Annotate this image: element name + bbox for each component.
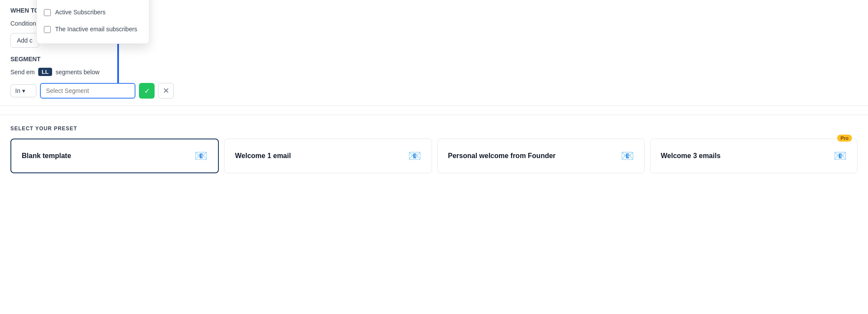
segment-dropdown: SEGMENT LIST Hasn't purchased in the las… [36,0,149,44]
segment-checkbox-2[interactable] [44,9,51,16]
list-item[interactable]: Frequent Buyers [37,0,149,4]
preset-title: SELECT YOUR PRESET [10,126,858,132]
checkmark-icon: ✓ [144,87,150,95]
list-item[interactable]: Active Subscribers [37,4,149,21]
top-section: WHEN TO Conditions all conditions any co… [0,0,868,106]
pro-badge: Pro [837,135,852,142]
all-badge: LL [38,68,52,76]
segment-selector-row: SEGMENT LIST Hasn't purchased in the las… [10,83,858,99]
segment-item-label-2: Active Subscribers [55,8,106,17]
when-to-label: WHEN TO [10,7,39,14]
close-icon: ✕ [163,86,169,96]
preset-card-name-0: Blank template [22,152,71,160]
preset-card-icon-0: 📧 [195,150,208,162]
segment-label: SEGMENT [10,56,40,63]
preset-cards: Blank template 📧 Welcome 1 email 📧 Perso… [10,139,858,173]
send-segments-row: Send em LL segments below [10,68,858,76]
preset-card-name-2: Personal welcome from Founder [448,152,556,160]
preset-card-founder[interactable]: Personal welcome from Founder 📧 [437,139,645,173]
preset-section: SELECT YOUR PRESET Blank template 📧 Welc… [0,115,868,184]
preset-card-icon-3: 📧 [834,150,847,162]
segment-item-label-3: The Inactive email subscribers [55,25,137,34]
add-condition-button[interactable]: Add c [10,33,39,48]
list-item[interactable]: The Inactive email subscribers [37,21,149,38]
in-select[interactable]: In ▾ [10,84,36,97]
preset-card-name-3: Welcome 3 emails [661,152,721,160]
add-condition-label: Add c [17,37,33,44]
preset-card-welcome1[interactable]: Welcome 1 email 📧 [224,139,432,173]
in-select-label: In [15,87,20,94]
chevron-down-icon: ▾ [22,87,25,94]
preset-card-name-1: Welcome 1 email [235,152,291,160]
segment-row: SEGMENT [10,56,858,63]
preset-card-welcome3[interactable]: Pro Welcome 3 emails 📧 [650,139,858,173]
segment-checkbox-3[interactable] [44,26,51,33]
segment-search-input[interactable] [40,83,135,99]
cancel-button[interactable]: ✕ [158,83,174,99]
page-wrapper: WHEN TO Conditions all conditions any co… [0,0,868,314]
conditions-label: Conditions [10,20,39,27]
send-em-label: Send em [10,69,35,76]
preset-card-blank[interactable]: Blank template 📧 [10,139,219,173]
confirm-button[interactable]: ✓ [139,83,155,99]
preset-card-icon-1: 📧 [408,150,421,162]
preset-card-icon-2: 📧 [621,150,634,162]
segments-below-text: segments below [56,69,99,76]
